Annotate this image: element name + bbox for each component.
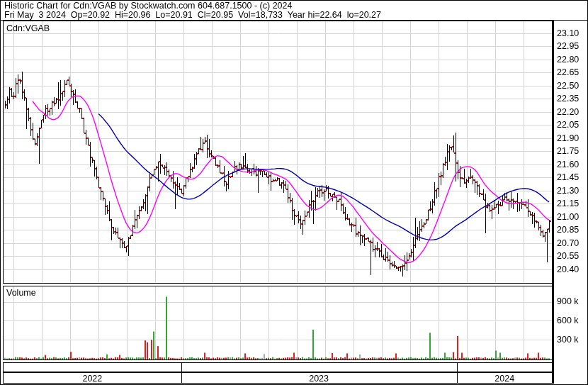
- quote-summary-line: Fri May 3 2024 Op=20.92 Hi=20.96 Lo=20.9…: [4, 11, 381, 20]
- price-tick: 21.45: [557, 172, 587, 183]
- price-tick: 20.40: [557, 264, 587, 275]
- volume-tick: 900 k: [557, 296, 587, 307]
- chart-canvas: [0, 0, 588, 385]
- year-label: 2024: [457, 374, 553, 384]
- volume-tick: 600 k: [557, 316, 587, 326]
- price-tick: 22.50: [557, 81, 587, 91]
- year-label: 2022: [4, 374, 181, 384]
- year-label: 2023: [181, 374, 457, 384]
- price-tick: 22.05: [557, 120, 587, 130]
- price-tick: 21.15: [557, 199, 587, 209]
- volume-panel-label: Volume: [6, 288, 36, 298]
- price-tick: 21.90: [557, 133, 587, 144]
- price-tick: 22.35: [557, 94, 587, 104]
- price-tick: 20.70: [557, 238, 587, 249]
- price-tick: 22.80: [557, 55, 587, 65]
- symbol-label: Cdn:VGAB: [6, 23, 50, 33]
- price-tick: 21.30: [557, 186, 587, 196]
- stockwatch-historic-chart: Historic Chart for Cdn:VGAB by Stockwatc…: [0, 0, 588, 385]
- price-tick: 22.95: [557, 41, 587, 52]
- price-tick: 21.00: [557, 212, 587, 223]
- volume-tick: 300 k: [557, 335, 587, 345]
- price-tick: 22.65: [557, 67, 587, 78]
- price-tick: 20.55: [557, 251, 587, 262]
- price-tick: 21.60: [557, 160, 587, 170]
- price-tick: 22.20: [557, 107, 587, 118]
- price-tick: 21.75: [557, 146, 587, 157]
- price-tick: 23.10: [557, 28, 587, 39]
- price-tick: 20.85: [557, 225, 587, 235]
